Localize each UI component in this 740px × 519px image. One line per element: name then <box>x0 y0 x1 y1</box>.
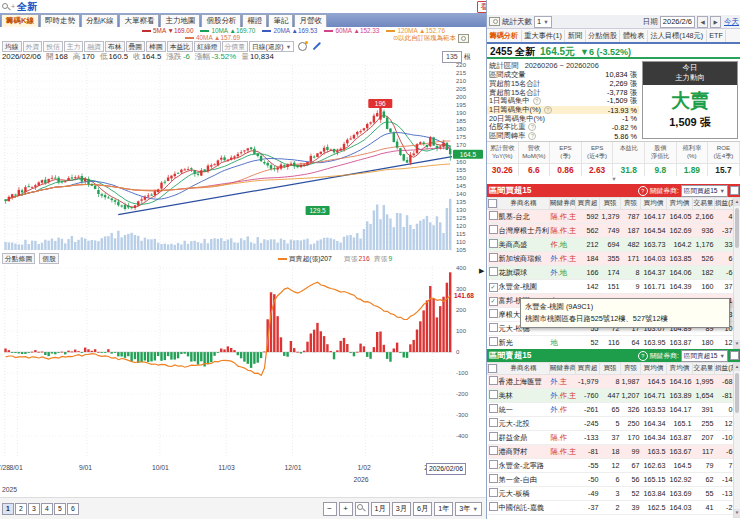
scroll-down-icon[interactable]: ▼ <box>734 340 740 348</box>
question-icon[interactable]: ? <box>528 132 536 140</box>
checkbox[interactable] <box>489 460 498 469</box>
table-row[interactable]: 美商高盛作,地212694482163.73164.21,17633 <box>488 238 734 252</box>
table-row[interactable]: 統一外,作-26165326163.53164.173910 <box>488 403 734 417</box>
checkbox[interactable] <box>489 323 498 332</box>
pager-1[interactable]: 1 <box>2 503 14 515</box>
tab-籌碼K線[interactable]: 籌碼K線 <box>1 14 39 27</box>
cycle-select[interactable]: 日線(還原)▼ <box>249 41 294 52</box>
subchart-button-分點條圖[interactable]: 分點條圖 <box>2 253 35 264</box>
help-icon[interactable]: ? <box>638 351 648 361</box>
save-template-link[interactable]: ⊙以此自訂區塊為範本 <box>393 34 469 43</box>
scroll-up-icon[interactable]: ▲ <box>734 363 740 371</box>
toolbar-button-疊圖[interactable]: 疊圖 <box>126 41 146 52</box>
scrollbar-thumb[interactable] <box>735 373 739 413</box>
help-icon[interactable]: ? <box>638 186 648 196</box>
table-row[interactable]: 第一金-自由-50656165.15162.9262-14 <box>488 473 734 487</box>
magnifier-button[interactable] <box>355 502 369 516</box>
period-button-3月[interactable]: 3月 <box>392 502 411 516</box>
subchart-button-個股[interactable]: 個股 <box>39 253 59 264</box>
scroll-up-icon[interactable]: ▲ <box>734 198 740 206</box>
zoom-out-button[interactable]: − <box>323 502 337 516</box>
toolbar-button-均線[interactable]: 均線 <box>2 41 22 52</box>
scrollbar-thumb[interactable] <box>735 208 739 248</box>
tab-筆記[interactable]: 筆記 <box>268 14 293 27</box>
checkbox[interactable] <box>489 474 498 483</box>
checkbox[interactable] <box>489 211 498 220</box>
toolbar-button-本益比[interactable]: 本益比 <box>167 41 193 52</box>
table-row[interactable]: 花旗環球外,地1661748164.37164.06182-6 <box>488 266 734 280</box>
tab-個股分析[interactable]: 個股分析 <box>201 14 241 27</box>
tab-主力地圖[interactable]: 主力地圖 <box>160 14 200 27</box>
checkbox[interactable] <box>489 225 498 234</box>
camera-icon[interactable] <box>458 34 469 43</box>
tab-大單察看[interactable]: 大單察看 <box>119 14 159 27</box>
checkbox[interactable] <box>488 364 497 373</box>
tab-分點K線[interactable]: 分點K線 <box>81 14 119 27</box>
pager-2[interactable]: 2 <box>15 503 27 515</box>
checkbox[interactable] <box>489 418 498 427</box>
table-row[interactable]: 香港上海匯豐外,主-1,97981,987164.5164.161,995-68 <box>488 375 734 389</box>
table-row[interactable]: 新加坡商瑞銀外,作,主184355171164.03163.855266 <box>488 252 734 266</box>
camera-icon[interactable] <box>489 17 500 26</box>
checkbox[interactable] <box>489 446 498 455</box>
chart-date-box[interactable]: 2026/02/06 <box>426 463 466 475</box>
tab-即時走勢[interactable]: 即時走勢 <box>40 14 80 27</box>
scroll-down-icon[interactable]: ▼ <box>734 509 740 517</box>
period-button-1月[interactable]: 1月 <box>371 502 390 516</box>
today-link[interactable]: 今天 <box>724 17 739 27</box>
pager-6[interactable]: 6 <box>67 503 79 515</box>
checkbox[interactable] <box>489 239 498 248</box>
pager-3[interactable]: 3 <box>28 503 40 515</box>
collapse-icon[interactable]: ▼ <box>487 176 740 183</box>
checkbox[interactable] <box>489 390 498 399</box>
checkbox[interactable] <box>489 404 498 413</box>
buy-filter-select[interactable]: 區間買超15▼ <box>681 185 728 197</box>
settings-icon[interactable] <box>730 186 739 195</box>
broker-netbuy-chart[interactable]: 4003002001000-100-200-300-400141.68 <box>0 252 486 463</box>
period-button-1年[interactable]: 1年 <box>434 502 453 516</box>
question-icon[interactable]: ? <box>544 106 552 114</box>
table-row[interactable]: 新光地5211664163.95163.8718012 <box>488 336 734 350</box>
toolbar-button-分價量[interactable]: 分價量 <box>222 41 248 52</box>
toolbar-button-主力[interactable]: 主力 <box>64 41 84 52</box>
toolbar-button-紅綠燈[interactable]: 紅綠燈 <box>194 41 220 52</box>
checkbox[interactable] <box>488 199 497 208</box>
table-row[interactable]: 凱基-台北隔,作,主5921,379787164.17164.052,1664 <box>488 210 734 224</box>
tab-權證[interactable]: 權證 <box>242 14 267 27</box>
settings-icon[interactable] <box>730 351 739 360</box>
period-button-6月[interactable]: 6月 <box>413 502 432 516</box>
panel-tab-體檢表[interactable]: 體檢表 <box>620 30 648 42</box>
checkbox[interactable] <box>489 502 498 511</box>
table-row[interactable]: 群益金鼎隔,作-13337170164.34163.87207-10 <box>488 431 734 445</box>
table-row[interactable]: 元大-板橋-49352163.84163.6955-13 <box>488 487 734 501</box>
date-prev-button[interactable]: ◀ <box>697 16 708 28</box>
zoom-in-button[interactable]: + <box>339 502 353 516</box>
table-row[interactable]: 永豐金-北寧路-551267162.63164.5797 <box>488 459 734 473</box>
checkbox[interactable] <box>489 376 498 385</box>
table-row[interactable]: 港商野村隔,作,主-811899163.5163.67117-6 <box>488 445 734 459</box>
table-row[interactable]: ✓永豐金-桃園1421519161.71164.3916037 <box>488 280 734 294</box>
table-row[interactable]: 元大-北投-2455250164.34165.125512 <box>488 417 734 431</box>
sell-table-scrollbar[interactable]: ▲ ▼ <box>733 362 740 518</box>
toolbar-button-融資[interactable]: 融資 <box>84 41 104 52</box>
table-row[interactable]: 台灣摩根士丹利隔,作,主562749187164.54162.69936-37 <box>488 224 734 238</box>
checkbox[interactable]: ✓ <box>489 283 498 292</box>
panel-tab-籌碼分析[interactable]: 籌碼分析 <box>487 30 522 42</box>
checkbox[interactable] <box>489 267 498 276</box>
checkbox[interactable] <box>489 488 498 497</box>
buy-table-scrollbar[interactable]: ▲ ▼ <box>733 197 740 349</box>
table-row[interactable]: 美林外,作,主-7604471,207164.71163.891,654-81 <box>488 389 734 403</box>
panel-tab-ETF[interactable]: ETF <box>707 30 727 42</box>
panel-tab-法人目標(148元)[interactable]: 法人目標(148元) <box>648 30 707 42</box>
range-select[interactable]: 3年▼ <box>455 502 482 516</box>
search-icon[interactable] <box>2 2 11 11</box>
gear-icon[interactable] <box>298 42 307 51</box>
checkbox[interactable]: ✓ <box>489 297 498 306</box>
pager-5[interactable]: 5 <box>54 503 66 515</box>
date-input[interactable]: 2026/2/6 <box>660 16 695 28</box>
table-row[interactable]: 中國信託-嘉義-37239162.5164.0341-2 <box>488 501 734 515</box>
toolbar-button-布林[interactable]: 布林 <box>105 41 125 52</box>
pencil-icon[interactable] <box>313 42 322 51</box>
checkbox[interactable] <box>489 253 498 262</box>
pager-4[interactable]: 4 <box>41 503 53 515</box>
